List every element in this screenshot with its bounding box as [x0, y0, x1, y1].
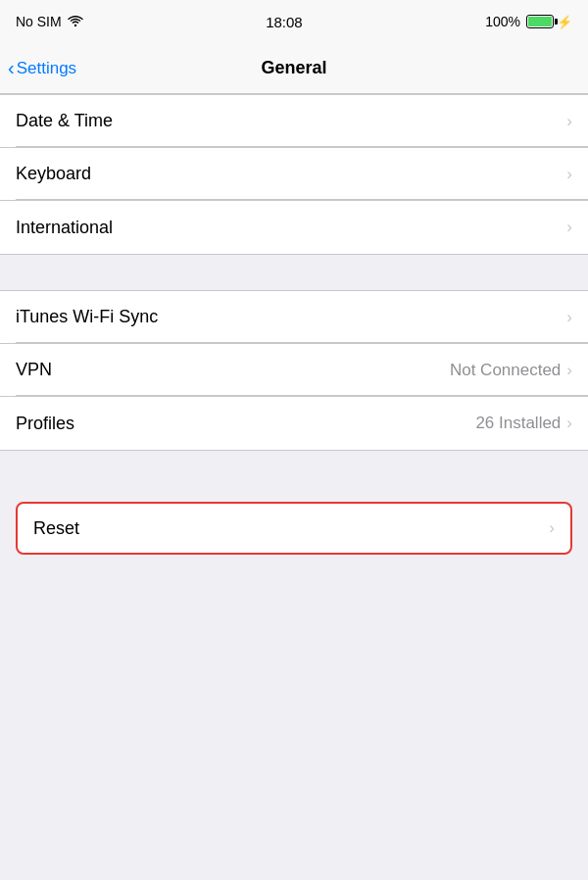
- keyboard-right: ›: [566, 165, 572, 184]
- section-spacer-1: [0, 255, 588, 290]
- international-label: International: [16, 218, 113, 238]
- divider-2: [16, 199, 588, 200]
- battery-percent: 100%: [485, 14, 520, 29]
- reset-chevron-icon: ›: [549, 518, 555, 538]
- international-item[interactable]: International ›: [0, 201, 588, 254]
- international-chevron-icon: ›: [566, 218, 572, 237]
- itunes-wifi-label: iTunes Wi-Fi Sync: [16, 307, 158, 327]
- vpn-right: Not Connected ›: [450, 361, 572, 380]
- date-time-right: ›: [566, 112, 572, 131]
- divider-1: [16, 146, 588, 147]
- status-time: 18:08: [266, 14, 303, 30]
- section-spacer-2: [0, 451, 588, 486]
- vpn-value: Not Connected: [450, 361, 561, 380]
- svg-point-0: [74, 24, 75, 26]
- divider-3: [16, 342, 588, 343]
- battery-fill: [528, 17, 552, 26]
- reset-right: ›: [549, 518, 555, 538]
- date-time-label: Date & Time: [16, 111, 113, 131]
- wifi-icon: [68, 14, 83, 29]
- section-group-1: Date & Time › Keyboard › International ›: [0, 94, 588, 255]
- divider-4: [16, 395, 588, 396]
- international-right: ›: [566, 218, 572, 237]
- reset-label: Reset: [33, 518, 79, 539]
- itunes-wifi-chevron-icon: ›: [566, 308, 572, 327]
- profiles-chevron-icon: ›: [566, 414, 572, 433]
- vpn-chevron-icon: ›: [566, 361, 572, 380]
- status-bar: No SIM 18:08 100% ⚡: [0, 0, 588, 43]
- nav-bar: ‹ Settings General: [0, 43, 588, 94]
- back-button[interactable]: ‹ Settings: [8, 59, 76, 78]
- profiles-value: 26 Installed: [475, 414, 561, 433]
- page-title: General: [261, 58, 326, 78]
- back-chevron-icon: ‹: [8, 58, 15, 77]
- section-group-inner-2: iTunes Wi-Fi Sync › VPN Not Connected › …: [0, 291, 588, 450]
- profiles-item[interactable]: Profiles 26 Installed ›: [0, 397, 588, 450]
- date-time-chevron-icon: ›: [566, 112, 572, 131]
- reset-section: Reset ›: [0, 486, 588, 570]
- back-label: Settings: [17, 59, 76, 78]
- keyboard-label: Keyboard: [16, 164, 91, 184]
- charging-icon: ⚡: [557, 15, 572, 29]
- profiles-right: 26 Installed ›: [475, 414, 572, 433]
- itunes-wifi-right: ›: [566, 308, 572, 327]
- vpn-item[interactable]: VPN Not Connected ›: [0, 344, 588, 397]
- battery-icon: [526, 15, 554, 28]
- date-time-item[interactable]: Date & Time ›: [0, 95, 588, 148]
- battery-icon-container: ⚡: [526, 15, 572, 29]
- carrier-label: No SIM: [16, 14, 62, 29]
- section-group-2: iTunes Wi-Fi Sync › VPN Not Connected › …: [0, 290, 588, 451]
- status-left: No SIM: [16, 14, 83, 29]
- itunes-wifi-item[interactable]: iTunes Wi-Fi Sync ›: [0, 291, 588, 344]
- reset-item[interactable]: Reset ›: [16, 502, 572, 555]
- keyboard-item[interactable]: Keyboard ›: [0, 148, 588, 201]
- vpn-label: VPN: [16, 360, 52, 380]
- profiles-label: Profiles: [16, 414, 74, 434]
- status-right: 100% ⚡: [485, 14, 572, 29]
- section-group-inner-1: Date & Time › Keyboard › International ›: [0, 95, 588, 254]
- keyboard-chevron-icon: ›: [566, 165, 572, 184]
